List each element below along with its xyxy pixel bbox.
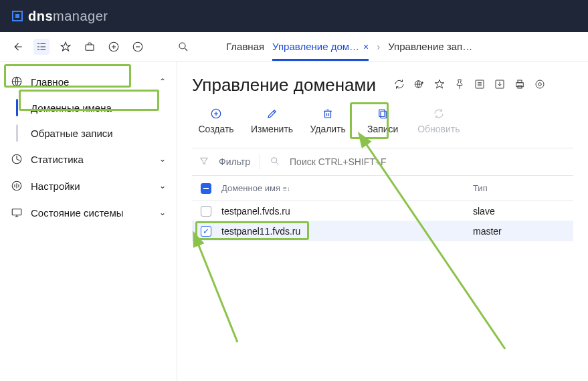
chevron-down-icon: ⌄	[159, 181, 166, 190]
action-row: Создать Изменить Удалить Записи Обновить	[192, 105, 573, 137]
app-logo: dnsmanager	[12, 9, 108, 24]
print-icon[interactable]	[514, 78, 526, 92]
search-icon	[270, 156, 280, 168]
export-icon[interactable]	[494, 78, 506, 92]
sidebar-sub-domains[interactable]: Доменные имена	[0, 95, 177, 120]
action-refresh: Обновить	[413, 105, 464, 137]
action-delete-label: Удалить	[310, 124, 345, 134]
list-icon[interactable]	[474, 78, 486, 92]
chevron-up-icon: ⌃	[159, 77, 166, 86]
page-title: Управление доменами	[192, 75, 376, 96]
filter-label[interactable]: Фильтр	[219, 156, 250, 167]
svg-rect-0	[86, 45, 94, 50]
action-create-label: Создать	[198, 124, 233, 134]
page-header: Управление доменами	[192, 75, 573, 96]
sidebar-item-stats[interactable]: Статистика ⌄	[0, 146, 177, 172]
svg-rect-11	[516, 83, 524, 87]
search-button[interactable]	[175, 39, 191, 55]
table-header: Доменное имя≡↓ Тип	[192, 176, 573, 201]
svg-point-15	[538, 83, 542, 86]
header-icon-row	[393, 78, 546, 92]
action-edit[interactable]: Изменить	[247, 105, 297, 137]
row-checkbox[interactable]	[201, 206, 211, 217]
logo-icon	[12, 11, 23, 21]
svg-point-20	[272, 157, 277, 162]
sidebar-settings-label: Настройки	[31, 180, 151, 192]
svg-point-14	[536, 80, 544, 88]
chevron-down-icon: ⌄	[159, 208, 166, 217]
row-checkbox[interactable]	[201, 226, 211, 237]
pin-icon[interactable]	[454, 78, 466, 92]
star-icon[interactable]	[433, 78, 446, 92]
tree-toggle-button[interactable]	[33, 39, 50, 55]
sidebar-main-label: Главное	[31, 76, 151, 88]
sidebar-sub-domains-label: Доменные имена	[31, 102, 112, 114]
briefcase-button[interactable]	[82, 39, 98, 55]
sidebar-system-label: Состояние системы	[31, 207, 151, 219]
domains-table: Доменное имя≡↓ Тип testpanel.fvds.ru sla…	[192, 176, 573, 241]
table-row[interactable]: testpanel11.fvds.ru master	[192, 221, 573, 241]
breadcrumb-close-icon[interactable]: ×	[363, 41, 369, 52]
globe-plus-icon[interactable]	[413, 78, 425, 92]
action-edit-label: Изменить	[251, 124, 293, 134]
sidebar-sub-reverse-label: Обратные записи	[31, 128, 113, 139]
breadcrumb-tail[interactable]: Управление зап…	[388, 41, 472, 52]
sort-icon: ≡↓	[283, 185, 290, 193]
sidebar: Главное ⌃ Доменные имена Обратные записи…	[0, 61, 177, 381]
logo-text-bold: dns	[28, 9, 53, 24]
reload-sync-icon[interactable]	[393, 78, 405, 92]
filter-icon[interactable]	[199, 156, 209, 168]
svg-rect-7	[12, 209, 21, 215]
svg-rect-17	[325, 111, 331, 118]
sidebar-stats-label: Статистика	[31, 154, 151, 165]
row-domain-type: slave	[473, 206, 567, 217]
row-domain-name: testpanel.fvds.ru	[221, 206, 465, 217]
table-row[interactable]: testpanel.fvds.ru slave	[192, 201, 573, 221]
search-input[interactable]	[290, 156, 567, 167]
sidebar-sub-reverse[interactable]: Обратные записи	[0, 120, 177, 146]
action-records[interactable]: Записи	[359, 105, 407, 137]
minus-button[interactable]	[130, 39, 146, 55]
action-records-label: Записи	[367, 124, 398, 134]
sidebar-item-settings[interactable]: Настройки ⌄	[0, 172, 177, 199]
column-header-name[interactable]: Доменное имя≡↓	[221, 183, 465, 193]
sidebar-item-system[interactable]: Состояние системы ⌄	[0, 199, 177, 226]
filter-row: Фильтр	[192, 148, 573, 176]
tool-strip: Главная Управление дом… × › Управление з…	[0, 32, 588, 61]
top-bar: dnsmanager	[0, 0, 588, 32]
main-content: Управление доменами Создать Изменить	[177, 61, 588, 381]
sidebar-item-main[interactable]: Главное ⌃	[0, 68, 177, 95]
svg-rect-12	[518, 80, 522, 83]
chevron-down-icon: ⌄	[159, 154, 166, 164]
plus-button[interactable]	[106, 39, 122, 55]
breadcrumb-active-label: Управление дом…	[272, 41, 359, 52]
back-button[interactable]	[9, 39, 25, 55]
select-all-checkbox[interactable]	[201, 183, 211, 194]
action-refresh-label: Обновить	[417, 124, 460, 134]
settings-gear-icon[interactable]	[534, 78, 546, 92]
favorite-star-button[interactable]	[58, 39, 74, 55]
breadcrumb-separator-icon: ›	[377, 41, 380, 52]
svg-rect-19	[381, 111, 386, 118]
action-create[interactable]: Создать	[192, 105, 240, 137]
svg-rect-18	[379, 110, 385, 117]
column-header-type[interactable]: Тип	[473, 183, 567, 193]
row-domain-name: testpanel11.fvds.ru	[221, 226, 465, 237]
breadcrumb-active-tab[interactable]: Управление дом… ×	[272, 41, 369, 61]
svg-line-22	[197, 242, 237, 342]
action-delete[interactable]: Удалить	[304, 105, 352, 137]
row-domain-type: master	[473, 226, 567, 237]
logo-text-light: manager	[53, 9, 108, 24]
breadcrumb-home[interactable]: Главная	[226, 41, 264, 52]
svg-point-3	[179, 43, 185, 49]
breadcrumb: Главная Управление дом… × › Управление з…	[226, 41, 472, 52]
